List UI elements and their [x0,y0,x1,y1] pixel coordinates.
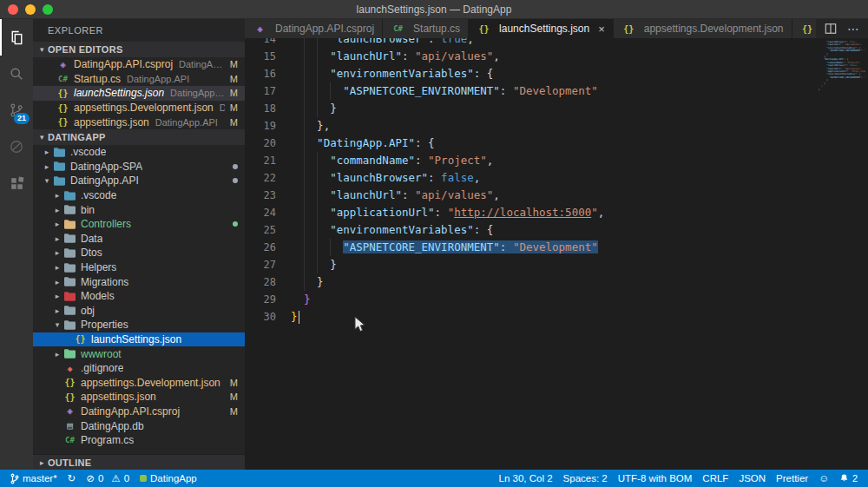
chevron-right-icon: ▸ [52,234,62,243]
notifications-bell[interactable]: 2 [834,470,863,487]
code-line: 17 "ASPNETCORE_ENVIRONMENT": "Developmen… [245,82,868,100]
code-text: } [291,291,311,308]
json-icon: {} [62,378,77,387]
code-editor[interactable]: 14 "launchBrowser": true,15 "launchUrl":… [245,38,868,470]
modified-badge: M [225,406,238,417]
chevron-right-icon: ▸ [36,458,48,467]
chevron-right-icon: ▸ [42,162,52,171]
error-icon: ⊘ [86,472,95,484]
git-branch-indicator[interactable]: master* [5,470,62,487]
explorer-icon[interactable] [0,19,33,56]
project-indicator[interactable]: DatingApp [135,470,202,487]
extensions-icon[interactable] [0,165,33,201]
folder-icon [62,191,77,201]
chevron-down-icon: ▾ [36,133,48,141]
encoding-setting[interactable]: UTF-8 with BOM [613,470,698,487]
open-editor-appsettings-development-json[interactable]: {}appsettings.Development.jsonDatin..M [33,101,245,115]
problems-indicator[interactable]: ⊘ 0 ⚠ 0 [81,470,135,487]
line-number: 19 [245,117,276,135]
more-actions-icon[interactable]: ⋯ [847,22,859,36]
tree-item-datingapp-spa[interactable]: ▸DatingApp-SPA [33,160,245,174]
tree-item-launchsettings-json[interactable]: {}launchSettings.json [33,332,245,347]
search-icon[interactable] [0,56,33,92]
tree-item-dtos[interactable]: ▸Dtos [33,246,245,260]
tree-item-datingapp-api-csproj[interactable]: ◈DatingApp.API.csprojM [33,405,245,419]
open-editor-appsettings-json[interactable]: {}appsettings.jsonDatingApp.APIM [33,115,245,129]
line-number: 24 [245,204,276,221]
tree-item-data[interactable]: ▸Data [33,232,245,247]
open-editor-startup-cs[interactable]: C#Startup.csDatingApp.APIM [33,72,245,87]
item-name: Program.cs [81,434,134,446]
folder-icon [52,176,67,186]
git-change-dot [233,164,238,169]
open-editors-list: ◈DatingApp.API.csprojDatingApp.APIMC#Sta… [33,57,245,129]
code-text: } [291,273,324,291]
explorer-sidebar: EXPLORER ▾ OPEN EDITORS ◈DatingApp.API.c… [33,19,245,470]
source-control-icon[interactable]: 21 [0,92,33,128]
minimize-window-button[interactable] [25,4,36,15]
open-editor-datingapp-api-csproj[interactable]: ◈DatingApp.API.csprojDatingApp.APIM [33,57,245,72]
line-number: 26 [245,239,276,256]
code-text: "ASPNETCORE_ENVIRONMENT": "Development" [291,239,598,256]
modified-badge: M [225,117,238,128]
tree-item-vscode[interactable]: ▸.vscode [33,145,245,160]
line-number: 27 [245,256,276,273]
sync-icon: ↻ [68,472,76,484]
code-text: } [291,100,337,117]
folder-icon [62,263,77,273]
language-mode[interactable]: JSON [733,470,771,487]
indentation-setting[interactable]: Spaces: 2 [558,470,613,487]
tree-item-controllers[interactable]: ▸Controllers [33,217,245,232]
file-name: launchSettings.json [74,87,164,99]
item-name: .vscode [81,189,116,201]
minimap[interactable]: "launchBrowser": true, "launchUrl": "api… [816,39,868,141]
close-window-button[interactable] [8,4,18,15]
item-name: DatingApp.API.csproj [81,405,180,418]
split-editor-icon[interactable] [825,23,837,35]
tree-item-gitignore[interactable]: ◆.gitignore [33,361,245,376]
zoom-window-button[interactable] [43,4,53,15]
code-text: "ASPNETCORE_ENVIRONMENT": "Development" [291,82,598,100]
open-editors-header[interactable]: ▾ OPEN EDITORS [33,42,245,57]
tree-item-datingapp-db[interactable]: ▤DatingApp.db [33,418,245,433]
open-editor-launchsettings-json[interactable]: {}launchSettings.jsonDatingApp.API/Prope… [33,86,245,101]
debug-icon[interactable] [0,128,33,165]
tab-appsettings-development-json[interactable]: {}appsettings.Development.json [614,19,792,38]
feedback-smiley-icon[interactable]: ☺ [813,470,834,487]
sync-button[interactable]: ↻ [62,470,82,487]
tree-item-migrations[interactable]: ▸Migrations [33,274,245,289]
tree-item-bin[interactable]: ▸bin [33,202,245,217]
tree-item-helpers[interactable]: ▸Helpers [33,260,245,275]
project-status-icon [140,475,147,482]
tab-launchsettings-json[interactable]: {}launchSettings.json× [469,19,614,38]
tab-datingapp-api-csproj[interactable]: ◈DatingApp.API.csproj [245,19,383,38]
tree-item-obj[interactable]: ▸obj [33,304,245,319]
folder-icon [52,161,67,171]
tree-item-models[interactable]: ▸Models [33,289,245,304]
tree-item-datingapp-api[interactable]: ▾DatingApp.API [33,174,245,188]
outline-header[interactable]: ▸ OUTLINE [33,454,245,470]
outline-label: OUTLINE [48,457,91,468]
tree-item-appsettings-json[interactable]: {}appsettings.jsonM [33,390,245,405]
tree-item-program-cs[interactable]: C#Program.cs [33,433,245,448]
tree-item-wwwroot[interactable]: ▸wwwroot [33,346,245,361]
eol-setting[interactable]: CRLF [697,470,733,487]
db-icon: ▤ [62,420,77,431]
tree-item-properties[interactable]: ▾Properties [33,318,245,332]
tree-item-appsettings-development-json[interactable]: {}appsettings.Development.jsonM [33,375,245,390]
code-line: 28 } [245,273,868,291]
project-header[interactable]: ▾ DATINGAPP [33,129,245,145]
line-number: 28 [245,273,276,291]
chevron-right-icon: ▸ [52,263,62,272]
code-line: 27 } [245,256,868,273]
file-path: DatingApp.API [127,74,225,84]
tab-label: DatingApp.API.csproj [275,23,374,35]
cursor-position[interactable]: Ln 30, Col 2 [494,470,558,487]
tree-item-vscode[interactable]: ▸.vscode [33,188,245,203]
tab-startup-cs[interactable]: C#Startup.cs [383,19,469,38]
formatter-indicator[interactable]: Prettier [771,470,813,487]
chevron-right-icon: ▸ [52,220,62,228]
code-line: 18 } [245,100,868,117]
tab-close-icon[interactable]: × [598,23,605,35]
code-line: 14 "launchBrowser": true, [245,38,868,48]
